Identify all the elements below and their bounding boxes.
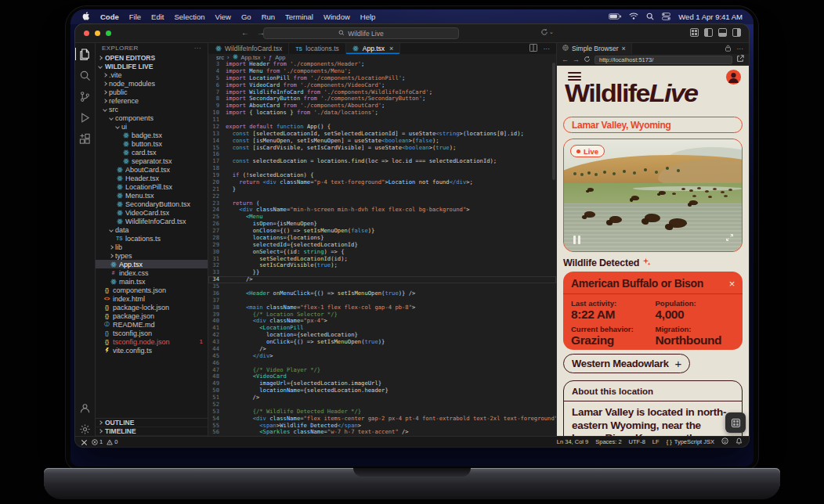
toggle-secondary-sidebar-icon[interactable] xyxy=(732,28,741,37)
code-line[interactable]: 21 } xyxy=(208,186,556,193)
menubar-item-file[interactable]: File xyxy=(129,13,141,21)
code-line[interactable]: 33 }} xyxy=(208,269,556,276)
tree-item-lib[interactable]: lib xyxy=(96,243,208,251)
code-line[interactable]: 20 return <div className="p-4 text-foreg… xyxy=(208,179,556,186)
activity-item-run-and-debug-icon[interactable] xyxy=(78,110,92,124)
tree-item-locations-ts[interactable]: TSlocations.ts xyxy=(96,234,208,243)
code-line[interactable]: 15 const [isCardVisible, setIsCardVisibl… xyxy=(208,145,556,152)
status-item[interactable]: UTF-8 xyxy=(629,438,645,445)
feedback-icon[interactable] xyxy=(721,437,728,446)
detected-card-close-icon[interactable]: × xyxy=(729,278,735,290)
minimize-window-button[interactable] xyxy=(95,31,100,36)
activity-item-search-icon[interactable] xyxy=(78,68,92,82)
tree-item-types[interactable]: types xyxy=(96,251,208,260)
tree-item-main-tsx[interactable]: main.tsx xyxy=(96,277,208,286)
tree-item-reference[interactable]: reference xyxy=(96,96,208,105)
menubar-item-terminal[interactable]: Terminal xyxy=(285,13,313,21)
tree-item-card-tsx[interactable]: card.tsx xyxy=(96,148,208,157)
browser-forward-icon[interactable]: → xyxy=(573,56,580,63)
tab-app-tsx[interactable]: App.tsx× xyxy=(346,43,401,54)
editor-more-icon[interactable]: ··· xyxy=(544,45,551,52)
tree-item-package-json[interactable]: {}package.json xyxy=(96,311,208,320)
tree-item-tsconfig-json[interactable]: {}tsconfig.json xyxy=(96,329,208,337)
open-editors-section[interactable]: OPEN EDITORS xyxy=(96,53,208,62)
spotlight-search-icon[interactable] xyxy=(646,13,654,22)
tab-locations-ts[interactable]: TSlocations.ts xyxy=(289,43,346,54)
code-line[interactable]: 45 </div> xyxy=(208,353,556,360)
command-center[interactable]: Wildlife Live xyxy=(263,27,459,39)
reload-icon[interactable] xyxy=(584,56,591,64)
status-item[interactable]: Spaces: 2 xyxy=(595,438,621,445)
tree-item-components-json[interactable]: {}components.json xyxy=(96,286,208,294)
timeline-section[interactable]: TIMELINE xyxy=(96,427,208,436)
tree-item-menu-tsx[interactable]: Menu.tsx xyxy=(96,191,208,200)
tree-item-index-css[interactable]: #index.css xyxy=(96,268,208,277)
toggle-panel-icon[interactable] xyxy=(718,28,727,37)
history-icon[interactable]: ⌄ xyxy=(540,28,554,36)
tree-item-readme-md[interactable]: ⓘREADME.md xyxy=(96,320,208,329)
status-item[interactable]: LF xyxy=(652,438,660,445)
code-line[interactable]: 17 const selectedLocation = locations.fi… xyxy=(208,158,556,165)
tree-item-header-tsx[interactable]: Header.tsx xyxy=(96,174,208,182)
control-center-icon[interactable] xyxy=(662,13,670,22)
battery-icon[interactable] xyxy=(609,13,621,21)
menubar-item-edit[interactable]: Edit xyxy=(151,13,164,21)
close-tab-icon[interactable]: × xyxy=(389,45,393,52)
tree-item-index-html[interactable]: <>index.html xyxy=(96,294,208,303)
tree-item-separator-tsx[interactable]: separator.tsx xyxy=(96,157,208,165)
menubar-item-selection[interactable]: Selection xyxy=(174,13,204,21)
url-input[interactable]: http://localhost:5173/ xyxy=(595,56,732,64)
video-card[interactable]: Live xyxy=(563,139,743,252)
pause-button[interactable] xyxy=(573,236,580,244)
tree-item-ui[interactable]: ui xyxy=(96,122,208,131)
tree-item-secondarybutton-tsx[interactable]: SecondaryButton.tsx xyxy=(96,200,208,208)
tree-item-videocard-tsx[interactable]: VideoCard.tsx xyxy=(96,208,208,217)
tree-item-src[interactable]: src xyxy=(96,105,208,113)
language-mode[interactable]: { } TypeScript JSX xyxy=(667,438,714,445)
tree-item-data[interactable]: data xyxy=(96,225,208,234)
menubar-item-code[interactable]: Code xyxy=(100,13,119,21)
outline-section[interactable]: OUTLINE xyxy=(96,419,208,427)
menubar-item-window[interactable]: Window xyxy=(323,13,350,21)
tree-item-node-modules[interactable]: node_modules xyxy=(96,79,208,88)
activity-item-settings-icon[interactable] xyxy=(78,422,92,436)
activity-item-explorer-icon[interactable] xyxy=(78,47,92,61)
tree-item-public[interactable]: public xyxy=(96,88,208,96)
menubar-item-view[interactable]: View xyxy=(215,13,231,21)
add-species-button[interactable]: Western Meadowlark + xyxy=(563,354,690,373)
editor-scrollbar[interactable] xyxy=(552,63,555,180)
close-window-button[interactable] xyxy=(84,31,89,36)
code-line[interactable]: 32 setIsCardVisible(true); xyxy=(208,262,556,269)
tree-item-vite-config-ts[interactable]: vite.config.ts xyxy=(96,346,208,355)
code-line[interactable]: 36 <Header onMenuClick={() => setIsMenuO… xyxy=(208,290,556,297)
code-line[interactable]: 51 /> xyxy=(208,394,556,401)
menubar-clock[interactable]: Wed 1 Apr 9:41 AM xyxy=(678,13,743,21)
status-item[interactable]: Ln 34, Col 9 xyxy=(557,438,588,445)
explorer-more-icon[interactable]: ··· xyxy=(194,45,201,52)
menubar-item-run[interactable]: Run xyxy=(262,13,275,21)
tree-item-components[interactable]: components xyxy=(96,113,208,122)
tree-item-package-lock-json[interactable]: {}package-lock.json xyxy=(96,303,208,311)
browser-back-icon[interactable]: ← xyxy=(562,56,569,63)
activity-item-extensions-icon[interactable] xyxy=(78,131,92,146)
menubar-item-help[interactable]: Help xyxy=(360,13,376,21)
wifi-icon[interactable] xyxy=(629,13,638,21)
remote-indicator-icon[interactable] xyxy=(81,439,87,445)
project-root-row[interactable]: WILDLIFE LIVE xyxy=(96,62,208,70)
avatar[interactable] xyxy=(726,70,741,85)
toggle-primary-sidebar-icon[interactable] xyxy=(704,28,713,37)
lock-icon[interactable] xyxy=(725,45,732,53)
bell-icon[interactable] xyxy=(735,437,743,446)
problems-indicator[interactable]: 1 0 xyxy=(92,438,117,445)
tree-item-wildlifeinfocard-tsx[interactable]: WildlifeInfoCard.tsx xyxy=(96,217,208,225)
tab-wildlifeinfocard-tsx[interactable]: WildlifeInfoCard.tsx xyxy=(208,43,289,54)
tree-item--vite[interactable]: .vite xyxy=(96,70,208,79)
nav-back-icon[interactable]: ← xyxy=(241,28,249,37)
tree-item-button-tsx[interactable]: button.tsx xyxy=(96,139,208,148)
fullscreen-button[interactable] xyxy=(725,231,734,245)
code-line[interactable]: 22 xyxy=(208,193,556,200)
menubar-item-go[interactable]: Go xyxy=(241,13,251,21)
close-tab-icon[interactable]: × xyxy=(622,45,626,52)
code-editor[interactable]: 3import Header from './components/Header… xyxy=(208,61,556,436)
floating-layout-button[interactable] xyxy=(725,412,746,433)
